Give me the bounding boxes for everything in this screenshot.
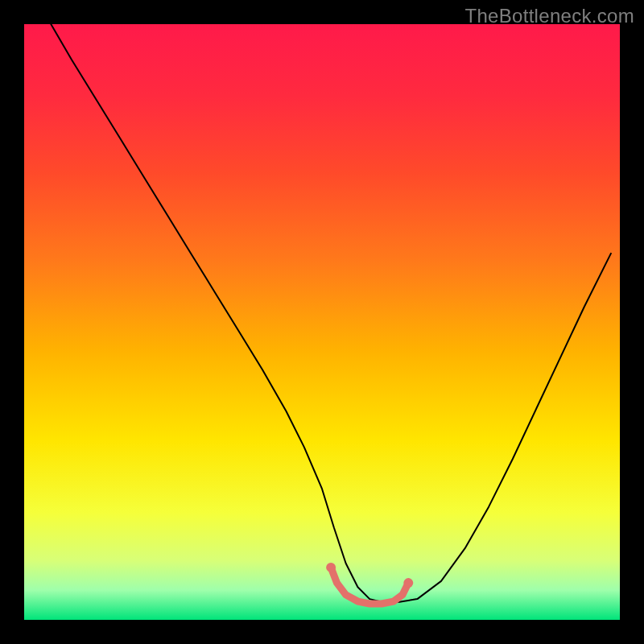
plot-area	[24, 24, 620, 620]
watermark-text: TheBottleneck.com	[464, 5, 634, 27]
gradient-background	[24, 24, 620, 620]
chart-svg	[24, 24, 620, 620]
chart-container: TheBottleneck.com	[0, 0, 644, 644]
highlight-dot-right	[403, 578, 413, 588]
highlight-dot-left	[326, 563, 336, 572]
